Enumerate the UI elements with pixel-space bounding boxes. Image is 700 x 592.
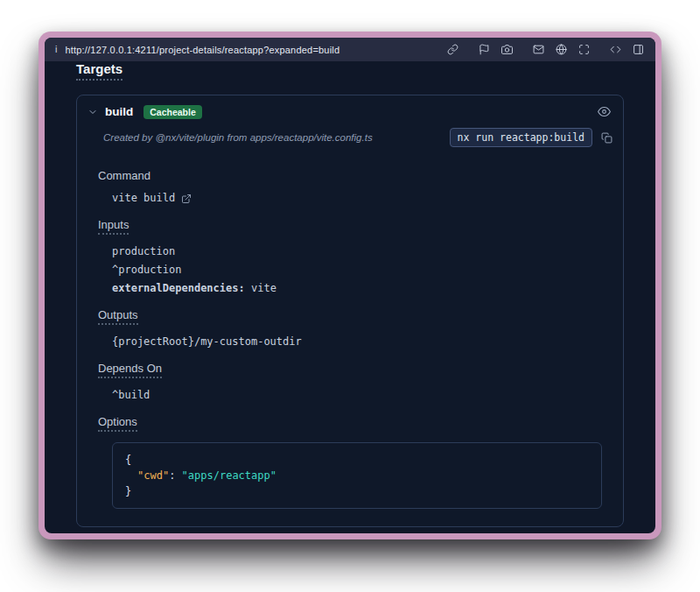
- sidebar-button[interactable]: [632, 43, 645, 56]
- external-deps-key: externalDependencies:: [112, 282, 245, 294]
- depends-on-item: ^build: [112, 387, 602, 403]
- project-details-content: Targets build Cacheable: [45, 61, 655, 533]
- input-item: ^production: [112, 262, 602, 278]
- camera-button[interactable]: [500, 43, 514, 56]
- options-code-block: { "cwd": "apps/reactapp" }: [112, 442, 602, 509]
- inputs-section: Inputs production ^production externalDe…: [98, 208, 602, 296]
- build-card-subheader: Created by @nx/vite/plugin from apps/rea…: [77, 126, 623, 156]
- build-collapse-toggle[interactable]: [88, 107, 98, 117]
- command-label: Command: [98, 169, 150, 182]
- code-line-close: }: [125, 483, 589, 499]
- chevron-down-icon: [88, 107, 98, 117]
- created-by-text: Created by @nx/vite/plugin from apps/rea…: [103, 132, 373, 143]
- code-line-cwd: "cwd": "apps/reactapp": [125, 468, 589, 483]
- address-bar-url[interactable]: http://127.0.0.1:4211/project-details/re…: [65, 45, 340, 55]
- browser-titlebar: i http://127.0.0.1:4211/project-details/…: [45, 38, 655, 61]
- code-icon: [610, 44, 621, 55]
- outputs-label: Outputs: [98, 308, 138, 325]
- external-deps-value: vite: [251, 282, 276, 294]
- titlebar-toolbar: [446, 43, 645, 56]
- link-icon: [447, 44, 458, 55]
- screenshot-stage: i http://127.0.0.1:4211/project-details/…: [0, 0, 700, 592]
- mail-button[interactable]: [532, 43, 545, 56]
- copy-icon: [601, 132, 612, 144]
- sidebar-icon: [633, 44, 644, 55]
- code-separator: :: [169, 469, 175, 482]
- build-target-title: build: [105, 105, 133, 118]
- camera-icon: [501, 44, 513, 55]
- options-label: Options: [98, 415, 137, 432]
- depends-on-section: Depends On ^build: [98, 352, 602, 403]
- maximize-icon: [578, 44, 590, 55]
- mail-icon: [533, 44, 544, 55]
- globe-button[interactable]: [555, 43, 568, 56]
- command-value: vite build: [112, 191, 175, 206]
- copy-command-button[interactable]: [601, 132, 612, 144]
- cacheable-badge: Cacheable: [144, 105, 202, 119]
- globe-icon: [556, 44, 567, 55]
- browser-window: i http://127.0.0.1:4211/project-details/…: [38, 32, 662, 539]
- eye-icon: [598, 105, 611, 118]
- link-button[interactable]: [446, 43, 459, 56]
- build-visibility-button[interactable]: [596, 103, 612, 120]
- inputs-label: Inputs: [98, 218, 129, 235]
- build-card-body: Command vite build: [77, 156, 623, 526]
- targets-heading: Targets: [76, 61, 122, 81]
- code-line-open: {: [125, 452, 589, 468]
- maximize-button[interactable]: [578, 43, 591, 56]
- info-indicator: i: [55, 45, 57, 54]
- code-button[interactable]: [609, 43, 622, 56]
- depends-on-label: Depends On: [98, 362, 162, 378]
- run-command-chip: nx run reactapp:build: [450, 128, 592, 147]
- target-card-build: build Cacheable Created by @nx/vite/plug…: [76, 95, 624, 527]
- flag-icon: [479, 44, 490, 55]
- command-section: Command vite build: [98, 159, 602, 206]
- code-key: "cwd": [137, 469, 169, 482]
- open-command-button[interactable]: [181, 194, 192, 204]
- code-value: "apps/reactapp": [182, 469, 276, 482]
- outputs-section: Outputs {projectRoot}/my-custom-outdir: [98, 299, 602, 349]
- build-card-header: build Cacheable: [77, 95, 623, 126]
- input-item: production: [112, 243, 602, 259]
- external-link-icon: [181, 194, 192, 204]
- input-item-external-deps: externalDependencies: vite: [112, 280, 602, 296]
- output-item: {projectRoot}/my-custom-outdir: [112, 334, 602, 349]
- browser-window-inner: i http://127.0.0.1:4211/project-details/…: [45, 38, 655, 533]
- options-section: Options { "cwd": "apps/reactapp" }: [98, 405, 602, 509]
- flag-button[interactable]: [478, 43, 491, 56]
